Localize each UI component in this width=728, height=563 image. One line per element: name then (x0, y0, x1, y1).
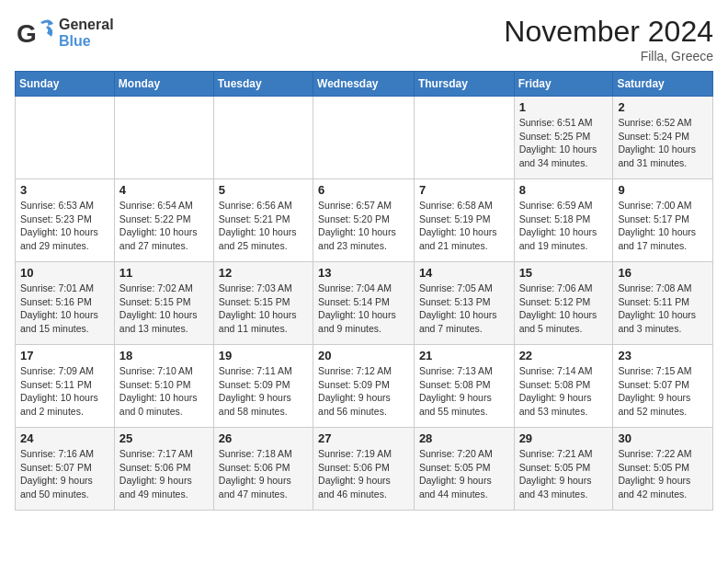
day-info: Sunrise: 6:59 AM Sunset: 5:18 PM Dayligh… (519, 199, 609, 253)
day-number: 30 (618, 431, 708, 445)
day-info: Sunrise: 6:51 AM Sunset: 5:25 PM Dayligh… (519, 116, 609, 170)
day-info: Sunrise: 7:05 AM Sunset: 5:13 PM Dayligh… (419, 282, 509, 336)
calendar-cell: 9Sunrise: 7:00 AM Sunset: 5:17 PM Daylig… (613, 179, 713, 262)
day-number: 27 (318, 431, 409, 445)
day-number: 6 (318, 183, 409, 197)
day-info: Sunrise: 6:53 AM Sunset: 5:23 PM Dayligh… (20, 199, 109, 253)
day-number: 25 (119, 431, 209, 445)
weekday-header: Thursday (414, 72, 514, 97)
calendar-cell: 28Sunrise: 7:20 AM Sunset: 5:05 PM Dayli… (414, 428, 514, 511)
calendar-cell: 16Sunrise: 7:08 AM Sunset: 5:11 PM Dayli… (613, 262, 713, 345)
day-number: 9 (618, 183, 708, 197)
calendar-cell: 4Sunrise: 6:54 AM Sunset: 5:22 PM Daylig… (114, 179, 213, 262)
day-info: Sunrise: 7:22 AM Sunset: 5:05 PM Dayligh… (618, 447, 708, 501)
day-info: Sunrise: 7:03 AM Sunset: 5:15 PM Dayligh… (219, 282, 308, 336)
day-info: Sunrise: 6:56 AM Sunset: 5:21 PM Dayligh… (219, 199, 308, 253)
day-info: Sunrise: 7:06 AM Sunset: 5:12 PM Dayligh… (519, 282, 609, 336)
day-info: Sunrise: 7:09 AM Sunset: 5:11 PM Dayligh… (20, 364, 109, 419)
calendar-table: SundayMondayTuesdayWednesdayThursdayFrid… (15, 71, 713, 511)
calendar-cell: 17Sunrise: 7:09 AM Sunset: 5:11 PM Dayli… (16, 345, 115, 428)
day-info: Sunrise: 7:16 AM Sunset: 5:07 PM Dayligh… (20, 447, 109, 501)
calendar-cell: 20Sunrise: 7:12 AM Sunset: 5:09 PM Dayli… (313, 345, 415, 428)
day-info: Sunrise: 6:52 AM Sunset: 5:24 PM Dayligh… (618, 116, 708, 170)
calendar-cell: 21Sunrise: 7:13 AM Sunset: 5:08 PM Dayli… (414, 345, 514, 428)
day-info: Sunrise: 7:19 AM Sunset: 5:06 PM Dayligh… (318, 447, 409, 501)
day-number: 26 (219, 431, 308, 445)
day-number: 22 (519, 349, 609, 362)
svg-text:G: G (17, 19, 37, 48)
day-info: Sunrise: 7:21 AM Sunset: 5:05 PM Dayligh… (519, 447, 609, 501)
day-info: Sunrise: 7:02 AM Sunset: 5:15 PM Dayligh… (119, 282, 209, 336)
day-number: 12 (219, 266, 308, 280)
calendar-cell: 27Sunrise: 7:19 AM Sunset: 5:06 PM Dayli… (313, 428, 415, 511)
weekday-header: Tuesday (213, 72, 313, 97)
calendar-cell (213, 97, 313, 179)
calendar-cell (16, 97, 115, 179)
day-info: Sunrise: 7:17 AM Sunset: 5:06 PM Dayligh… (119, 447, 209, 501)
calendar-cell: 19Sunrise: 7:11 AM Sunset: 5:09 PM Dayli… (213, 345, 313, 428)
calendar-cell: 6Sunrise: 6:57 AM Sunset: 5:20 PM Daylig… (313, 179, 415, 262)
calendar-cell: 24Sunrise: 7:16 AM Sunset: 5:07 PM Dayli… (16, 428, 115, 511)
calendar-cell (313, 97, 415, 179)
day-info: Sunrise: 7:15 AM Sunset: 5:07 PM Dayligh… (618, 364, 708, 419)
day-info: Sunrise: 7:11 AM Sunset: 5:09 PM Dayligh… (219, 364, 308, 419)
day-number: 15 (519, 266, 609, 280)
calendar-cell: 14Sunrise: 7:05 AM Sunset: 5:13 PM Dayli… (414, 262, 514, 345)
calendar-cell: 11Sunrise: 7:02 AM Sunset: 5:15 PM Dayli… (114, 262, 213, 345)
day-info: Sunrise: 7:01 AM Sunset: 5:16 PM Dayligh… (20, 282, 109, 336)
calendar-cell (114, 97, 213, 179)
weekday-header: Monday (114, 72, 213, 97)
calendar-cell (414, 97, 514, 179)
calendar-cell: 13Sunrise: 7:04 AM Sunset: 5:14 PM Dayli… (313, 262, 415, 345)
day-number: 19 (219, 349, 308, 362)
day-number: 24 (20, 431, 109, 445)
calendar-cell: 26Sunrise: 7:18 AM Sunset: 5:06 PM Dayli… (213, 428, 313, 511)
logo: G General Blue (15, 15, 114, 52)
day-number: 29 (519, 431, 609, 445)
calendar-cell: 10Sunrise: 7:01 AM Sunset: 5:16 PM Dayli… (16, 262, 115, 345)
day-number: 13 (318, 266, 409, 280)
weekday-header: Friday (514, 72, 613, 97)
day-number: 2 (618, 100, 708, 114)
day-info: Sunrise: 6:54 AM Sunset: 5:22 PM Dayligh… (119, 199, 209, 253)
day-number: 16 (618, 266, 708, 280)
day-number: 4 (119, 183, 209, 197)
weekday-header: Saturday (613, 72, 713, 97)
day-number: 18 (119, 349, 209, 362)
day-number: 11 (119, 266, 209, 280)
logo-blue-text: Blue (59, 33, 91, 49)
day-number: 7 (419, 183, 509, 197)
day-number: 20 (318, 349, 409, 362)
day-number: 5 (219, 183, 308, 197)
day-number: 10 (20, 266, 109, 280)
location-label: Filla, Greece (504, 49, 713, 63)
day-info: Sunrise: 7:18 AM Sunset: 5:06 PM Dayligh… (219, 447, 308, 501)
day-number: 17 (20, 349, 109, 362)
calendar-cell: 7Sunrise: 6:58 AM Sunset: 5:19 PM Daylig… (414, 179, 514, 262)
day-number: 28 (419, 431, 509, 445)
day-info: Sunrise: 7:10 AM Sunset: 5:10 PM Dayligh… (119, 364, 209, 419)
logo-general-text: General (59, 17, 114, 32)
day-info: Sunrise: 6:58 AM Sunset: 5:19 PM Dayligh… (419, 199, 509, 253)
calendar-cell: 1Sunrise: 6:51 AM Sunset: 5:25 PM Daylig… (514, 97, 613, 179)
day-info: Sunrise: 7:13 AM Sunset: 5:08 PM Dayligh… (419, 364, 509, 419)
logo-icon: G (15, 15, 55, 52)
calendar-cell: 25Sunrise: 7:17 AM Sunset: 5:06 PM Dayli… (114, 428, 213, 511)
calendar-cell: 29Sunrise: 7:21 AM Sunset: 5:05 PM Dayli… (514, 428, 613, 511)
calendar-cell: 18Sunrise: 7:10 AM Sunset: 5:10 PM Dayli… (114, 345, 213, 428)
day-info: Sunrise: 7:20 AM Sunset: 5:05 PM Dayligh… (419, 447, 509, 501)
day-info: Sunrise: 7:14 AM Sunset: 5:08 PM Dayligh… (519, 364, 609, 419)
calendar-cell: 23Sunrise: 7:15 AM Sunset: 5:07 PM Dayli… (613, 345, 713, 428)
title-area: November 2024 Filla, Greece (504, 15, 713, 63)
month-title: November 2024 (504, 15, 713, 49)
day-info: Sunrise: 7:08 AM Sunset: 5:11 PM Dayligh… (618, 282, 708, 336)
day-number: 23 (618, 349, 708, 362)
page-header: G General Blue November 2024 Filla, Gree… (15, 15, 713, 63)
calendar-cell: 15Sunrise: 7:06 AM Sunset: 5:12 PM Dayli… (514, 262, 613, 345)
day-number: 8 (519, 183, 609, 197)
day-number: 1 (519, 100, 609, 114)
calendar-cell: 30Sunrise: 7:22 AM Sunset: 5:05 PM Dayli… (613, 428, 713, 511)
day-info: Sunrise: 7:12 AM Sunset: 5:09 PM Dayligh… (318, 364, 409, 419)
weekday-header: Sunday (16, 72, 115, 97)
calendar-cell: 8Sunrise: 6:59 AM Sunset: 5:18 PM Daylig… (514, 179, 613, 262)
